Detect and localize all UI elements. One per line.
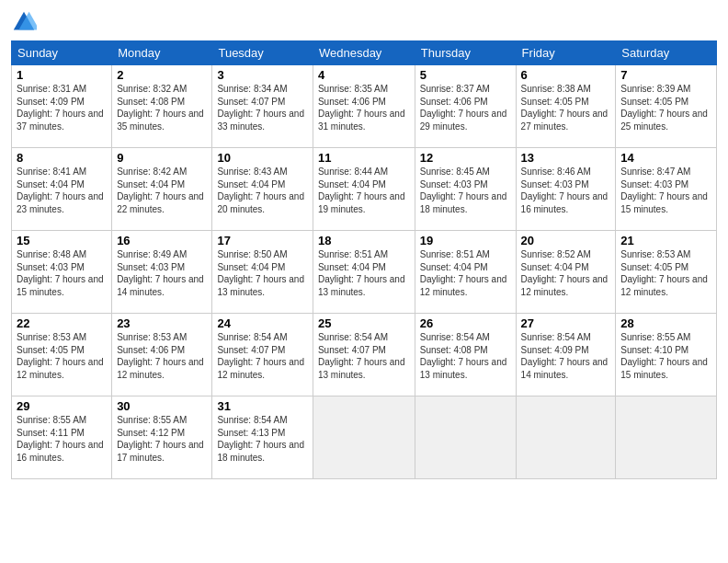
calendar-day-header: Tuesday [212, 41, 313, 65]
day-number: 22 [17, 316, 107, 330]
calendar-day-cell: 13 Sunrise: 8:46 AMSunset: 4:03 PMDaylig… [516, 148, 616, 231]
day-number: 10 [217, 151, 308, 165]
day-number: 17 [217, 234, 308, 247]
calendar-day-cell: 7 Sunrise: 8:39 AMSunset: 4:05 PMDayligh… [616, 65, 717, 148]
day-info: Sunrise: 8:31 AMSunset: 4:09 PMDaylight:… [17, 83, 107, 132]
day-info: Sunrise: 8:48 AMSunset: 4:03 PMDaylight:… [17, 248, 107, 298]
calendar-week-row: 29 Sunrise: 8:55 AMSunset: 4:11 PMDaylig… [12, 396, 717, 479]
day-number: 23 [117, 316, 207, 330]
day-info: Sunrise: 8:54 AMSunset: 4:09 PMDaylight:… [521, 331, 611, 381]
day-info: Sunrise: 8:53 AMSunset: 4:06 PMDaylight:… [117, 331, 207, 381]
day-number: 27 [521, 316, 611, 330]
calendar-day-cell [516, 396, 616, 479]
calendar-day-header: Monday [112, 41, 212, 65]
day-number: 8 [17, 151, 107, 165]
day-info: Sunrise: 8:51 AMSunset: 4:04 PMDaylight:… [318, 248, 410, 298]
day-info: Sunrise: 8:53 AMSunset: 4:05 PMDaylight:… [17, 331, 107, 381]
day-number: 13 [521, 151, 611, 165]
logo-icon [11, 9, 37, 35]
calendar-day-cell: 5 Sunrise: 8:37 AMSunset: 4:06 PMDayligh… [415, 65, 516, 148]
day-info: Sunrise: 8:32 AMSunset: 4:08 PMDaylight:… [117, 83, 207, 132]
calendar-day-cell [313, 396, 415, 479]
calendar-day-cell: 3 Sunrise: 8:34 AMSunset: 4:07 PMDayligh… [212, 65, 313, 148]
day-info: Sunrise: 8:54 AMSunset: 4:13 PMDaylight:… [217, 414, 308, 464]
day-number: 25 [318, 316, 410, 330]
day-info: Sunrise: 8:44 AMSunset: 4:04 PMDaylight:… [318, 166, 410, 215]
day-info: Sunrise: 8:37 AMSunset: 4:06 PMDaylight:… [420, 83, 511, 132]
calendar-week-row: 15 Sunrise: 8:48 AMSunset: 4:03 PMDaylig… [12, 231, 717, 314]
calendar-table: SundayMondayTuesdayWednesdayThursdayFrid… [11, 40, 717, 479]
day-info: Sunrise: 8:55 AMSunset: 4:12 PMDaylight:… [117, 414, 207, 464]
calendar-day-header: Sunday [12, 41, 112, 65]
day-info: Sunrise: 8:41 AMSunset: 4:04 PMDaylight:… [17, 166, 107, 215]
day-info: Sunrise: 8:45 AMSunset: 4:03 PMDaylight:… [420, 166, 511, 215]
calendar-day-cell: 28 Sunrise: 8:55 AMSunset: 4:10 PMDaylig… [616, 314, 717, 396]
day-info: Sunrise: 8:50 AMSunset: 4:04 PMDaylight:… [217, 248, 308, 298]
day-number: 21 [620, 234, 711, 247]
calendar-day-cell: 26 Sunrise: 8:54 AMSunset: 4:08 PMDaylig… [415, 314, 516, 396]
calendar-day-cell: 25 Sunrise: 8:54 AMSunset: 4:07 PMDaylig… [313, 314, 415, 396]
calendar-day-cell: 1 Sunrise: 8:31 AMSunset: 4:09 PMDayligh… [12, 65, 112, 148]
calendar-week-row: 22 Sunrise: 8:53 AMSunset: 4:05 PMDaylig… [12, 314, 717, 396]
page-header [11, 9, 717, 35]
day-info: Sunrise: 8:34 AMSunset: 4:07 PMDaylight:… [217, 83, 308, 132]
day-number: 11 [318, 151, 410, 165]
calendar-day-cell: 30 Sunrise: 8:55 AMSunset: 4:12 PMDaylig… [112, 396, 212, 479]
day-number: 12 [420, 151, 511, 165]
day-number: 9 [117, 151, 207, 165]
calendar-day-cell: 14 Sunrise: 8:47 AMSunset: 4:03 PMDaylig… [616, 148, 717, 231]
calendar-day-header: Saturday [616, 41, 717, 65]
calendar-day-cell: 4 Sunrise: 8:35 AMSunset: 4:06 PMDayligh… [313, 65, 415, 148]
day-number: 19 [420, 234, 511, 247]
day-number: 2 [117, 68, 207, 82]
day-info: Sunrise: 8:51 AMSunset: 4:04 PMDaylight:… [420, 248, 511, 298]
day-info: Sunrise: 8:35 AMSunset: 4:06 PMDaylight:… [318, 83, 410, 132]
day-number: 3 [217, 68, 308, 82]
day-info: Sunrise: 8:53 AMSunset: 4:05 PMDaylight:… [620, 248, 711, 298]
calendar-day-cell: 17 Sunrise: 8:50 AMSunset: 4:04 PMDaylig… [212, 231, 313, 314]
day-number: 28 [620, 316, 711, 330]
day-number: 4 [318, 68, 410, 82]
calendar-week-row: 1 Sunrise: 8:31 AMSunset: 4:09 PMDayligh… [12, 65, 717, 148]
day-number: 1 [17, 68, 107, 82]
calendar-day-cell: 18 Sunrise: 8:51 AMSunset: 4:04 PMDaylig… [313, 231, 415, 314]
calendar-day-cell: 10 Sunrise: 8:43 AMSunset: 4:04 PMDaylig… [212, 148, 313, 231]
day-info: Sunrise: 8:38 AMSunset: 4:05 PMDaylight:… [521, 83, 611, 132]
calendar-day-cell [415, 396, 516, 479]
day-number: 15 [17, 234, 107, 247]
logo [11, 9, 40, 35]
calendar-day-cell: 20 Sunrise: 8:52 AMSunset: 4:04 PMDaylig… [516, 231, 616, 314]
day-number: 5 [420, 68, 511, 82]
calendar-day-cell: 22 Sunrise: 8:53 AMSunset: 4:05 PMDaylig… [12, 314, 112, 396]
day-number: 29 [17, 399, 107, 413]
calendar-week-row: 8 Sunrise: 8:41 AMSunset: 4:04 PMDayligh… [12, 148, 717, 231]
day-info: Sunrise: 8:42 AMSunset: 4:04 PMDaylight:… [117, 166, 207, 215]
calendar-day-cell: 2 Sunrise: 8:32 AMSunset: 4:08 PMDayligh… [112, 65, 212, 148]
day-info: Sunrise: 8:52 AMSunset: 4:04 PMDaylight:… [521, 248, 611, 298]
day-number: 18 [318, 234, 410, 247]
calendar-day-header: Wednesday [313, 41, 415, 65]
calendar-day-cell: 23 Sunrise: 8:53 AMSunset: 4:06 PMDaylig… [112, 314, 212, 396]
calendar-day-cell: 31 Sunrise: 8:54 AMSunset: 4:13 PMDaylig… [212, 396, 313, 479]
day-number: 31 [217, 399, 308, 413]
day-info: Sunrise: 8:54 AMSunset: 4:07 PMDaylight:… [217, 331, 308, 381]
calendar-day-cell: 15 Sunrise: 8:48 AMSunset: 4:03 PMDaylig… [12, 231, 112, 314]
day-number: 24 [217, 316, 308, 330]
day-number: 20 [521, 234, 611, 247]
calendar-day-cell: 6 Sunrise: 8:38 AMSunset: 4:05 PMDayligh… [516, 65, 616, 148]
day-info: Sunrise: 8:39 AMSunset: 4:05 PMDaylight:… [620, 83, 711, 132]
calendar-day-cell: 12 Sunrise: 8:45 AMSunset: 4:03 PMDaylig… [415, 148, 516, 231]
calendar-day-cell: 19 Sunrise: 8:51 AMSunset: 4:04 PMDaylig… [415, 231, 516, 314]
calendar-day-cell: 11 Sunrise: 8:44 AMSunset: 4:04 PMDaylig… [313, 148, 415, 231]
calendar-day-header: Friday [516, 41, 616, 65]
calendar-day-cell: 9 Sunrise: 8:42 AMSunset: 4:04 PMDayligh… [112, 148, 212, 231]
day-number: 7 [620, 68, 711, 82]
calendar-day-cell [616, 396, 717, 479]
day-number: 16 [117, 234, 207, 247]
day-number: 6 [521, 68, 611, 82]
page-container: SundayMondayTuesdayWednesdayThursdayFrid… [0, 0, 728, 487]
day-info: Sunrise: 8:54 AMSunset: 4:08 PMDaylight:… [420, 331, 511, 381]
calendar-day-cell: 16 Sunrise: 8:49 AMSunset: 4:03 PMDaylig… [112, 231, 212, 314]
day-number: 26 [420, 316, 511, 330]
day-number: 30 [117, 399, 207, 413]
